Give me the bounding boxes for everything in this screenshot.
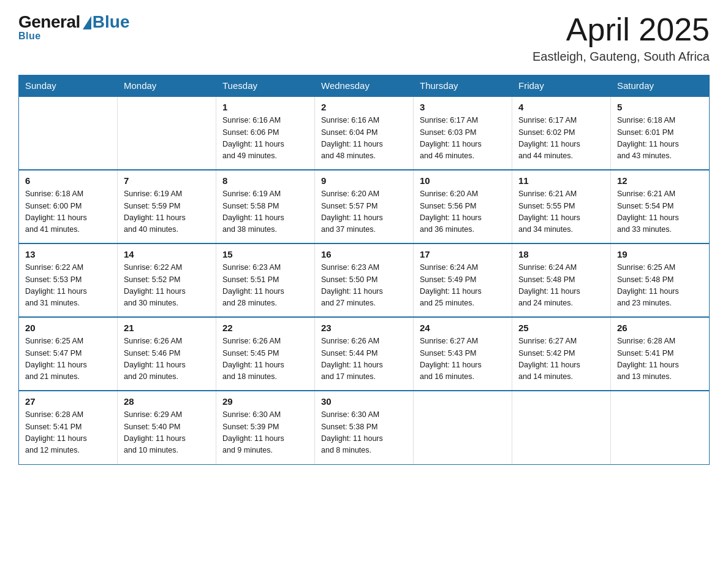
calendar-week-row: 13Sunrise: 6:22 AM Sunset: 5:53 PM Dayli… xyxy=(19,243,710,317)
day-info: Sunrise: 6:30 AM Sunset: 5:39 PM Dayligh… xyxy=(222,409,308,457)
calendar-header-row: SundayMondayTuesdayWednesdayThursdayFrid… xyxy=(19,75,710,97)
day-number: 16 xyxy=(321,249,407,259)
calendar-week-row: 6Sunrise: 6:18 AM Sunset: 6:00 PM Daylig… xyxy=(19,170,710,243)
day-number: 2 xyxy=(321,102,407,112)
day-number: 25 xyxy=(518,323,604,333)
day-info: Sunrise: 6:29 AM Sunset: 5:40 PM Dayligh… xyxy=(124,409,210,457)
day-number: 13 xyxy=(25,249,111,259)
logo-general-text: General xyxy=(18,12,80,32)
calendar-cell xyxy=(611,391,710,464)
day-info: Sunrise: 6:19 AM Sunset: 5:59 PM Dayligh… xyxy=(124,188,210,236)
calendar-header-monday: Monday xyxy=(118,75,216,97)
day-number: 23 xyxy=(321,323,407,333)
calendar-cell: 22Sunrise: 6:26 AM Sunset: 5:45 PM Dayli… xyxy=(216,317,315,391)
day-info: Sunrise: 6:20 AM Sunset: 5:56 PM Dayligh… xyxy=(420,188,506,236)
day-info: Sunrise: 6:26 AM Sunset: 5:45 PM Dayligh… xyxy=(222,335,308,383)
day-number: 8 xyxy=(222,175,308,186)
day-number: 22 xyxy=(222,323,308,333)
calendar-cell: 24Sunrise: 6:27 AM Sunset: 5:43 PM Dayli… xyxy=(414,317,512,391)
day-number: 1 xyxy=(222,102,308,112)
day-info: Sunrise: 6:26 AM Sunset: 5:46 PM Dayligh… xyxy=(124,335,210,383)
calendar-cell: 23Sunrise: 6:26 AM Sunset: 5:44 PM Dayli… xyxy=(315,317,414,391)
day-info: Sunrise: 6:24 AM Sunset: 5:49 PM Dayligh… xyxy=(420,262,506,310)
calendar-cell: 13Sunrise: 6:22 AM Sunset: 5:53 PM Dayli… xyxy=(19,243,118,317)
day-info: Sunrise: 6:16 AM Sunset: 6:06 PM Dayligh… xyxy=(222,115,308,163)
calendar-cell xyxy=(118,96,216,170)
calendar-cell: 26Sunrise: 6:28 AM Sunset: 5:41 PM Dayli… xyxy=(611,317,710,391)
calendar-table: SundayMondayTuesdayWednesdayThursdayFrid… xyxy=(18,75,710,465)
day-number: 19 xyxy=(617,249,703,259)
calendar-week-row: 27Sunrise: 6:28 AM Sunset: 5:41 PM Dayli… xyxy=(19,391,710,464)
day-info: Sunrise: 6:21 AM Sunset: 5:55 PM Dayligh… xyxy=(518,188,604,236)
calendar-header-tuesday: Tuesday xyxy=(216,75,315,97)
day-number: 10 xyxy=(420,175,506,186)
day-number: 14 xyxy=(124,249,210,259)
day-number: 29 xyxy=(222,396,308,407)
day-info: Sunrise: 6:24 AM Sunset: 5:48 PM Dayligh… xyxy=(518,262,604,310)
calendar-cell: 5Sunrise: 6:18 AM Sunset: 6:01 PM Daylig… xyxy=(611,96,710,170)
day-info: Sunrise: 6:27 AM Sunset: 5:42 PM Dayligh… xyxy=(518,335,604,383)
day-number: 21 xyxy=(124,323,210,333)
calendar-cell xyxy=(19,96,118,170)
calendar-cell: 18Sunrise: 6:24 AM Sunset: 5:48 PM Dayli… xyxy=(512,243,611,317)
calendar-cell: 29Sunrise: 6:30 AM Sunset: 5:39 PM Dayli… xyxy=(216,391,315,464)
logo-blue-text: Blue xyxy=(93,12,130,32)
day-number: 11 xyxy=(518,175,604,186)
calendar-cell: 4Sunrise: 6:17 AM Sunset: 6:02 PM Daylig… xyxy=(512,96,611,170)
day-number: 24 xyxy=(420,323,506,333)
calendar-cell xyxy=(414,391,512,464)
day-number: 9 xyxy=(321,175,407,186)
calendar-header-thursday: Thursday xyxy=(414,75,512,97)
calendar-cell: 17Sunrise: 6:24 AM Sunset: 5:49 PM Dayli… xyxy=(414,243,512,317)
calendar-cell: 10Sunrise: 6:20 AM Sunset: 5:56 PM Dayli… xyxy=(414,170,512,243)
calendar-cell: 25Sunrise: 6:27 AM Sunset: 5:42 PM Dayli… xyxy=(512,317,611,391)
day-info: Sunrise: 6:20 AM Sunset: 5:57 PM Dayligh… xyxy=(321,188,407,236)
calendar-header-sunday: Sunday xyxy=(19,75,118,97)
day-info: Sunrise: 6:23 AM Sunset: 5:51 PM Dayligh… xyxy=(222,262,308,310)
day-info: Sunrise: 6:18 AM Sunset: 6:01 PM Dayligh… xyxy=(617,115,703,163)
calendar-cell: 2Sunrise: 6:16 AM Sunset: 6:04 PM Daylig… xyxy=(315,96,414,170)
calendar-week-row: 20Sunrise: 6:25 AM Sunset: 5:47 PM Dayli… xyxy=(19,317,710,391)
day-number: 27 xyxy=(25,396,111,407)
logo: General Blue Blue xyxy=(18,12,129,42)
calendar-cell: 19Sunrise: 6:25 AM Sunset: 5:48 PM Dayli… xyxy=(611,243,710,317)
day-info: Sunrise: 6:25 AM Sunset: 5:48 PM Dayligh… xyxy=(617,262,703,310)
month-title: April 2025 xyxy=(533,12,710,47)
day-number: 20 xyxy=(25,323,111,333)
day-info: Sunrise: 6:27 AM Sunset: 5:43 PM Dayligh… xyxy=(420,335,506,383)
day-info: Sunrise: 6:22 AM Sunset: 5:53 PM Dayligh… xyxy=(25,262,111,310)
day-info: Sunrise: 6:26 AM Sunset: 5:44 PM Dayligh… xyxy=(321,335,407,383)
day-info: Sunrise: 6:30 AM Sunset: 5:38 PM Dayligh… xyxy=(321,409,407,457)
day-number: 15 xyxy=(222,249,308,259)
calendar-cell: 16Sunrise: 6:23 AM Sunset: 5:50 PM Dayli… xyxy=(315,243,414,317)
calendar-cell: 8Sunrise: 6:19 AM Sunset: 5:58 PM Daylig… xyxy=(216,170,315,243)
day-info: Sunrise: 6:28 AM Sunset: 5:41 PM Dayligh… xyxy=(617,335,703,383)
day-info: Sunrise: 6:22 AM Sunset: 5:52 PM Dayligh… xyxy=(124,262,210,310)
calendar-cell: 14Sunrise: 6:22 AM Sunset: 5:52 PM Dayli… xyxy=(118,243,216,317)
calendar-cell: 11Sunrise: 6:21 AM Sunset: 5:55 PM Dayli… xyxy=(512,170,611,243)
calendar-header-saturday: Saturday xyxy=(611,75,710,97)
day-info: Sunrise: 6:21 AM Sunset: 5:54 PM Dayligh… xyxy=(617,188,703,236)
calendar-cell: 28Sunrise: 6:29 AM Sunset: 5:40 PM Dayli… xyxy=(118,391,216,464)
day-info: Sunrise: 6:28 AM Sunset: 5:41 PM Dayligh… xyxy=(25,409,111,457)
day-info: Sunrise: 6:23 AM Sunset: 5:50 PM Dayligh… xyxy=(321,262,407,310)
day-number: 30 xyxy=(321,396,407,407)
day-info: Sunrise: 6:18 AM Sunset: 6:00 PM Dayligh… xyxy=(25,188,111,236)
calendar-cell: 27Sunrise: 6:28 AM Sunset: 5:41 PM Dayli… xyxy=(19,391,118,464)
calendar-cell: 6Sunrise: 6:18 AM Sunset: 6:00 PM Daylig… xyxy=(19,170,118,243)
day-number: 3 xyxy=(420,102,506,112)
day-number: 12 xyxy=(617,175,703,186)
day-info: Sunrise: 6:17 AM Sunset: 6:02 PM Dayligh… xyxy=(518,115,604,163)
calendar-cell: 21Sunrise: 6:26 AM Sunset: 5:46 PM Dayli… xyxy=(118,317,216,391)
logo-underline-text: Blue xyxy=(18,31,41,42)
calendar-cell: 9Sunrise: 6:20 AM Sunset: 5:57 PM Daylig… xyxy=(315,170,414,243)
day-number: 4 xyxy=(518,102,604,112)
day-number: 7 xyxy=(124,175,210,186)
calendar-cell: 15Sunrise: 6:23 AM Sunset: 5:51 PM Dayli… xyxy=(216,243,315,317)
calendar-cell: 1Sunrise: 6:16 AM Sunset: 6:06 PM Daylig… xyxy=(216,96,315,170)
day-number: 26 xyxy=(617,323,703,333)
calendar-cell: 12Sunrise: 6:21 AM Sunset: 5:54 PM Dayli… xyxy=(611,170,710,243)
day-info: Sunrise: 6:17 AM Sunset: 6:03 PM Dayligh… xyxy=(420,115,506,163)
title-section: April 2025 Eastleigh, Gauteng, South Afr… xyxy=(533,12,710,64)
calendar-cell: 3Sunrise: 6:17 AM Sunset: 6:03 PM Daylig… xyxy=(414,96,512,170)
